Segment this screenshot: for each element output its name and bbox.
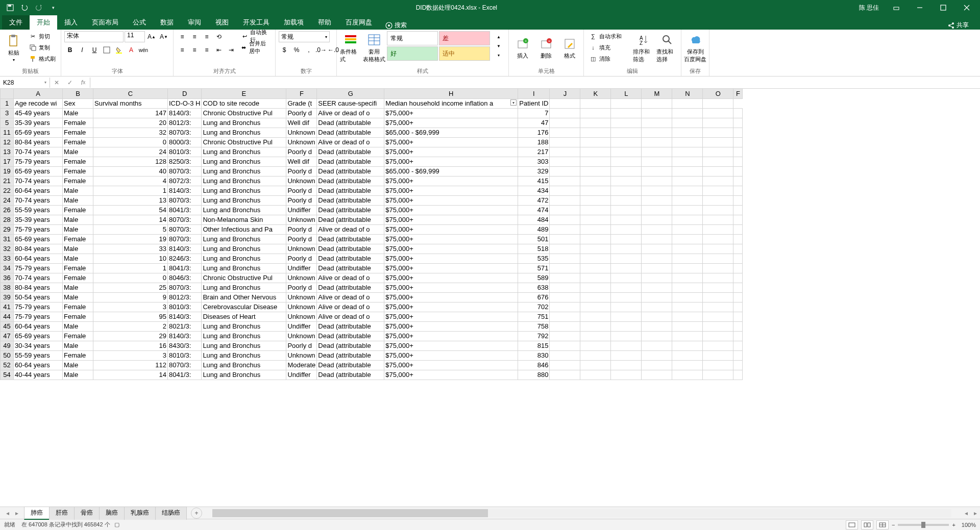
cell[interactable] <box>672 360 703 370</box>
cell[interactable] <box>672 157 703 166</box>
col-header-N[interactable]: N <box>672 89 703 98</box>
cell[interactable] <box>733 166 743 176</box>
cell[interactable]: $75,000+ <box>384 137 518 147</box>
comma-button[interactable]: , <box>303 44 314 56</box>
find-select-button[interactable]: 查找和选择 <box>656 31 678 65</box>
cell[interactable]: 8430/3: <box>168 341 202 350</box>
cell[interactable] <box>642 292 672 302</box>
row-header[interactable]: 47 <box>1 331 14 341</box>
cell[interactable] <box>550 302 580 312</box>
zoom-level[interactable]: 100% <box>962 522 976 528</box>
cell[interactable]: 80-84 years <box>14 283 63 292</box>
row-header[interactable]: 19 <box>1 166 14 176</box>
cell[interactable] <box>550 341 580 350</box>
cell[interactable]: $75,000+ <box>384 215 518 224</box>
cell[interactable] <box>642 186 672 195</box>
cell[interactable]: 95 <box>93 312 168 321</box>
format-as-table-button[interactable]: 套用 表格格式 <box>363 31 385 65</box>
cell[interactable]: Lung and Bronchus <box>202 254 286 263</box>
cell[interactable]: 489 <box>518 224 550 234</box>
row-header[interactable]: 32 <box>1 244 14 254</box>
cell[interactable] <box>733 176 743 186</box>
cell[interactable]: Female <box>63 166 93 176</box>
cell[interactable] <box>672 350 703 360</box>
cell[interactable]: 571 <box>518 263 550 273</box>
cell[interactable]: SEER cause-specifi <box>317 98 384 108</box>
cell[interactable] <box>672 128 703 137</box>
cell[interactable]: 19 <box>93 234 168 244</box>
cell[interactable]: 484 <box>518 215 550 224</box>
tab-加载项[interactable]: 加载项 <box>277 15 311 30</box>
cell[interactable]: $75,000+ <box>384 186 518 195</box>
tab-公式[interactable]: 公式 <box>126 15 153 30</box>
cell[interactable]: 8072/3: <box>168 176 202 186</box>
cell[interactable]: 7 <box>518 108 550 118</box>
cell[interactable] <box>703 215 733 224</box>
align-middle-button[interactable]: ≡ <box>189 31 200 42</box>
row-header[interactable]: 3 <box>1 108 14 118</box>
cell[interactable]: Lung and Bronchus <box>202 244 286 254</box>
cell[interactable] <box>703 224 733 234</box>
cell[interactable]: 65-69 years <box>14 128 63 137</box>
cell[interactable]: Lung and Bronchus <box>202 360 286 370</box>
cell[interactable]: Dead (attributable <box>317 321 384 331</box>
align-top-button[interactable]: ≡ <box>177 31 188 42</box>
cell[interactable]: 47 <box>518 118 550 128</box>
cell[interactable]: Poorly d <box>286 147 317 157</box>
cell[interactable]: 8041/3: <box>168 370 202 380</box>
sheet-nav-first[interactable]: ◂ <box>3 510 12 517</box>
cell[interactable]: Male <box>63 147 93 157</box>
row-header[interactable]: 33 <box>1 254 14 263</box>
cell[interactable] <box>703 263 733 273</box>
cell[interactable] <box>550 157 580 166</box>
cell[interactable]: Unknown <box>286 350 317 360</box>
cell[interactable]: Alive or dead of o <box>317 312 384 321</box>
cell[interactable] <box>550 312 580 321</box>
cell[interactable]: Male <box>63 321 93 331</box>
cell[interactable] <box>672 244 703 254</box>
cell[interactable]: Female <box>63 176 93 186</box>
cell[interactable]: Dead (attributable <box>317 215 384 224</box>
cell[interactable] <box>703 370 733 380</box>
cell[interactable]: 8070/3: <box>168 215 202 224</box>
cell[interactable] <box>611 244 642 254</box>
row-header[interactable]: 41 <box>1 302 14 312</box>
cell[interactable]: Dead (attributable <box>317 350 384 360</box>
italic-button[interactable]: I <box>77 44 88 56</box>
cell[interactable]: $75,000+ <box>384 312 518 321</box>
cell[interactable]: Poorly d <box>286 166 317 176</box>
cell[interactable] <box>550 205 580 215</box>
cell[interactable] <box>580 254 611 263</box>
page-break-view-button[interactable] <box>876 520 889 529</box>
increase-decimal-button[interactable]: .0→ <box>315 44 327 56</box>
row-header[interactable]: 45 <box>1 321 14 331</box>
col-header-C[interactable]: C <box>93 89 168 98</box>
cell[interactable]: Dead (attributable <box>317 341 384 350</box>
qat-customize[interactable]: ▾ <box>47 2 59 14</box>
tab-百度网盘[interactable]: 百度网盘 <box>338 15 379 30</box>
cell[interactable] <box>611 234 642 244</box>
cell[interactable]: Female <box>63 157 93 166</box>
cell[interactable]: Cerebrovascular Disease <box>202 302 286 312</box>
add-sheet-button[interactable]: + <box>191 508 202 519</box>
cell[interactable]: Lung and Bronchus <box>202 370 286 380</box>
cell[interactable] <box>703 176 733 186</box>
cell[interactable]: 8021/3: <box>168 321 202 331</box>
cell[interactable]: Female <box>63 118 93 128</box>
cell[interactable] <box>672 215 703 224</box>
worksheet-grid[interactable]: ABCDEFGHIJKLMNOF1Age recode wiSexSurviva… <box>0 89 980 507</box>
cell[interactable] <box>550 263 580 273</box>
cell[interactable]: 8140/3: <box>168 312 202 321</box>
col-header-F[interactable]: F <box>733 89 743 98</box>
cell[interactable]: 8070/3: <box>168 234 202 244</box>
cell[interactable] <box>672 98 703 108</box>
cell[interactable]: 474 <box>518 205 550 215</box>
tab-视图[interactable]: 视图 <box>208 15 236 30</box>
cell[interactable]: $75,000+ <box>384 302 518 312</box>
cell[interactable]: 8070/3: <box>168 224 202 234</box>
col-header-H[interactable]: H <box>384 89 518 98</box>
cell[interactable]: 501 <box>518 234 550 244</box>
user-name[interactable]: 陈 思佳 <box>854 4 884 12</box>
col-header-M[interactable]: M <box>642 89 672 98</box>
cell-style-normal[interactable]: 常规 <box>387 31 438 45</box>
